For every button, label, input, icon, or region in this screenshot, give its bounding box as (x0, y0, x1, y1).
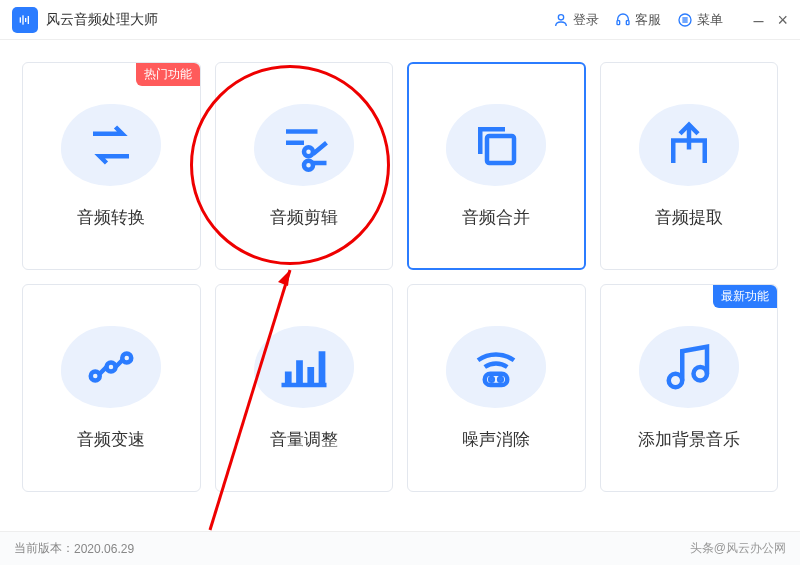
watermark: 头条@风云办公网 (690, 540, 786, 557)
card-add-bgm[interactable]: 最新功能 添加背景音乐 (600, 284, 779, 492)
card-audio-merge[interactable]: 音频合并 (407, 62, 586, 270)
app-logo-icon (12, 7, 38, 33)
card-label: 音频提取 (655, 206, 723, 229)
feature-grid: 热门功能 音频转换 音频剪辑 音频合并 音频提取 音频变速 音量调整 (0, 40, 800, 514)
convert-icon (84, 118, 138, 172)
version-value: 2020.06.29 (74, 542, 134, 556)
merge-icon (469, 118, 523, 172)
version-label: 当前版本： (14, 540, 74, 557)
titlebar-actions: 登录 客服 菜单 – × (553, 11, 788, 29)
svg-rect-2 (25, 18, 26, 22)
scissors-icon (277, 118, 331, 172)
music-note-icon (662, 340, 716, 394)
svg-point-27 (669, 373, 683, 387)
svg-rect-3 (28, 16, 29, 24)
hot-badge: 热门功能 (136, 63, 200, 86)
svg-rect-5 (617, 20, 620, 24)
svg-point-18 (123, 353, 132, 362)
login-button[interactable]: 登录 (553, 11, 599, 29)
svg-rect-6 (627, 20, 630, 24)
close-button[interactable]: × (777, 11, 788, 29)
card-audio-extract[interactable]: 音频提取 (600, 62, 779, 270)
support-button[interactable]: 客服 (615, 11, 661, 29)
user-icon (553, 12, 569, 28)
card-label: 音频变速 (77, 428, 145, 451)
headset-icon (615, 12, 631, 28)
svg-point-4 (559, 14, 564, 19)
wifi-icon (469, 340, 523, 394)
new-badge: 最新功能 (713, 285, 777, 308)
menu-button[interactable]: 菜单 (677, 11, 723, 29)
card-label: 音量调整 (270, 428, 338, 451)
card-audio-convert[interactable]: 热门功能 音频转换 (22, 62, 201, 270)
footer: 当前版本： 2020.06.29 头条@风云办公网 (0, 531, 800, 565)
svg-point-14 (304, 160, 313, 169)
card-audio-speed[interactable]: 音频变速 (22, 284, 201, 492)
card-volume-adjust[interactable]: 音量调整 (215, 284, 394, 492)
card-label: 添加背景音乐 (638, 428, 740, 451)
menu-icon (677, 12, 693, 28)
svg-rect-0 (20, 17, 21, 22)
bars-icon (277, 340, 331, 394)
card-audio-edit[interactable]: 音频剪辑 (215, 62, 394, 270)
svg-rect-1 (22, 15, 23, 24)
card-denoise[interactable]: 噪声消除 (407, 284, 586, 492)
svg-point-28 (693, 367, 707, 381)
minimize-button[interactable]: – (753, 11, 763, 29)
titlebar: 风云音频处理大师 登录 客服 菜单 – × (0, 0, 800, 40)
svg-point-13 (304, 147, 313, 156)
svg-rect-15 (487, 136, 514, 163)
svg-point-26 (499, 378, 502, 381)
svg-point-17 (91, 371, 100, 380)
card-label: 音频剪辑 (270, 206, 338, 229)
speed-icon (84, 340, 138, 394)
svg-point-25 (490, 378, 493, 381)
card-label: 音频合并 (462, 206, 530, 229)
extract-icon (662, 118, 716, 172)
svg-point-16 (107, 362, 116, 371)
app-title: 风云音频处理大师 (46, 11, 158, 29)
card-label: 噪声消除 (462, 428, 530, 451)
card-label: 音频转换 (77, 206, 145, 229)
